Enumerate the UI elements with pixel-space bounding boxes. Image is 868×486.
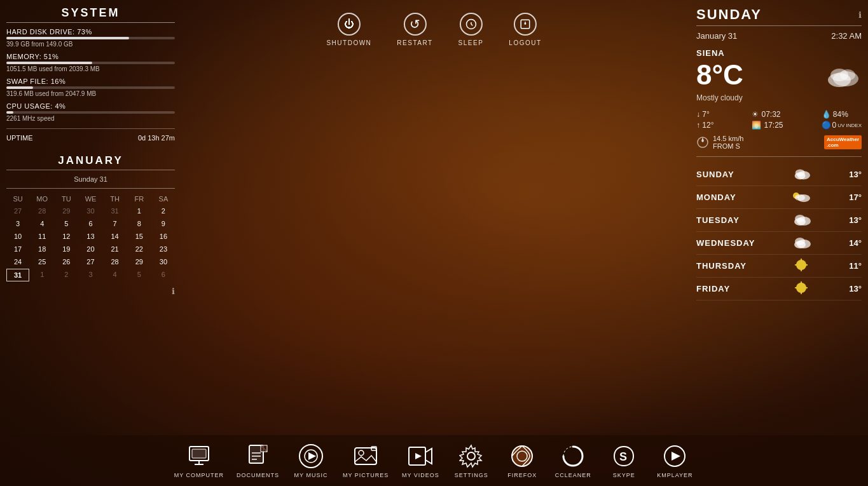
weather-temp-range: ↓ 7° ↑ 12° xyxy=(696,110,713,130)
shutdown-icon: ⏻ xyxy=(338,13,361,36)
svg-point-8 xyxy=(840,69,855,81)
forecast-row-monday: MONDAY 17° xyxy=(696,186,862,209)
cal-cell: 27 xyxy=(79,256,102,267)
firefox-label: FIREFOX xyxy=(507,472,537,478)
cal-header-mo: MO xyxy=(31,194,53,204)
cpu-label: CPU USAGE: 4% xyxy=(6,102,175,110)
weather-current-day: SUNDAY xyxy=(696,6,762,23)
dock-kmplayer[interactable]: KMPLAYER xyxy=(656,443,694,478)
forecast-icon-friday xyxy=(790,281,813,297)
cal-cell: 17 xyxy=(6,243,29,255)
forecast-icon-tuesday xyxy=(790,212,813,228)
widgets-container: SYSTEM HARD DISK DRIVE: 73% 39.9 GB from… xyxy=(0,0,868,486)
calendar-subtitle: Sunday 31 xyxy=(6,175,175,183)
humidity-row: 💧 84% xyxy=(822,110,862,119)
svg-point-22 xyxy=(795,238,805,245)
svg-point-45 xyxy=(359,450,364,456)
cal-cell: 5 xyxy=(128,269,151,281)
dock-my-computer[interactable]: MY COMPUTER xyxy=(174,443,224,478)
shutdown-button[interactable]: ⏻ SHUTDOWN xyxy=(326,13,371,46)
cal-divider-bottom xyxy=(6,188,175,189)
restart-icon: ↺ xyxy=(403,13,426,36)
cal-cell: 23 xyxy=(152,243,175,255)
documents-icon xyxy=(245,443,272,469)
logout-label: LOGOUT xyxy=(509,39,541,46)
memory-progress-bar xyxy=(6,62,175,64)
weather-low: ↓ 7° xyxy=(696,110,713,119)
cal-cell: 1 xyxy=(31,269,53,281)
sleep-label: SLEEP xyxy=(458,39,484,46)
forecast-temp-wednesday: 14° xyxy=(836,238,862,248)
cal-cell: 16 xyxy=(152,231,175,242)
dock-firefox[interactable]: FIREFOX xyxy=(503,443,541,478)
cal-cell: 2 xyxy=(152,205,175,217)
forecast-temp-tuesday: 13° xyxy=(836,215,862,225)
humidity-value: 84% xyxy=(833,110,848,119)
my-videos-icon xyxy=(407,443,434,469)
forecast-temp-thursday: 11° xyxy=(836,261,862,271)
cal-header-su: SU xyxy=(6,194,29,204)
weather-stats-section: ↓ 7° ↑ 12° ☀ 07:32 🌅 17:25 💧 84% xyxy=(696,110,862,130)
dock-my-videos[interactable]: MY VIDEOS xyxy=(401,443,439,478)
uptime-label: UPTIME xyxy=(6,134,33,142)
wind-details: 14.5 km/h FROM S xyxy=(713,135,743,150)
sleep-button[interactable]: SLEEP xyxy=(458,13,484,46)
svg-point-13 xyxy=(796,169,805,176)
memory-label: MEMORY: 51% xyxy=(6,53,175,60)
svg-point-19 xyxy=(795,215,805,222)
cal-cell: 25 xyxy=(31,256,53,267)
dock-settings[interactable]: SETTINGS xyxy=(452,443,490,478)
logout-icon xyxy=(514,13,537,36)
kmplayer-icon xyxy=(661,443,688,469)
dock-my-pictures[interactable]: MY PICTURES xyxy=(343,443,389,478)
forecast-temp-friday: 13° xyxy=(836,284,862,294)
cal-cell: 4 xyxy=(31,218,53,229)
uptime-row: UPTIME 0d 13h 27m xyxy=(6,128,175,142)
firefox-icon xyxy=(509,443,535,469)
restart-button[interactable]: ↺ RESTART xyxy=(397,13,432,46)
taskbar-dock: MY COMPUTER DOCUMENTS xyxy=(0,435,868,486)
cal-cell: 7 xyxy=(104,218,127,229)
settings-label: SETTINGS xyxy=(455,472,488,478)
svg-text:S: S xyxy=(619,450,627,463)
cal-cell: 30 xyxy=(79,205,102,217)
cal-divider-top xyxy=(6,170,175,170)
sunset-row: 🌅 17:25 xyxy=(752,121,783,130)
dock-skype[interactable]: S SKYPE xyxy=(605,443,643,478)
uv-icon: 🔵 xyxy=(822,121,831,130)
forecast-day-thursday: THURSDAY xyxy=(696,261,766,271)
cal-cell: 28 xyxy=(31,205,53,217)
cal-cell: 13 xyxy=(79,231,102,242)
cal-cell: 9 xyxy=(152,218,175,229)
weather-sun-times: ☀ 07:32 🌅 17:25 xyxy=(752,110,783,130)
logout-button[interactable]: LOGOUT xyxy=(509,13,541,46)
sunset-icon: 🌅 xyxy=(752,121,761,130)
dock-ccleaner[interactable]: CCLEANER xyxy=(554,443,592,478)
wind-info: 14.5 km/h FROM S xyxy=(696,135,743,150)
cal-cell: 10 xyxy=(6,231,29,242)
documents-label: DOCUMENTS xyxy=(237,472,279,478)
cal-cell: 14 xyxy=(104,231,127,242)
cal-header-th: TH xyxy=(104,194,127,204)
forecast-temp-monday: 17° xyxy=(836,192,862,202)
cal-cell: 15 xyxy=(128,231,151,242)
dock-my-music[interactable]: MY MUSIC xyxy=(292,443,330,478)
cal-cell: 21 xyxy=(104,243,127,255)
weather-cloud-icon xyxy=(817,61,862,90)
skype-icon: S xyxy=(610,443,637,469)
svg-point-50 xyxy=(512,446,532,466)
cpu-detail: 2261 MHz speed xyxy=(6,115,175,122)
sunset-time: 17:25 xyxy=(764,121,783,130)
memory-detail: 1051.5 MB used from 2039.3 MB xyxy=(6,65,175,72)
forecast-icon-monday xyxy=(790,189,813,205)
dock-documents[interactable]: DOCUMENTS xyxy=(237,443,279,478)
cal-cell: 1 xyxy=(128,205,151,217)
forecast-day-friday: FRIDAY xyxy=(696,284,766,294)
forecast-divider xyxy=(696,156,862,157)
accuweather-badge: AccuWeather.com xyxy=(824,135,862,149)
cal-cell: 28 xyxy=(104,256,127,267)
cpu-progress-fill xyxy=(6,111,13,114)
my-computer-icon xyxy=(186,443,212,469)
cal-cell: 6 xyxy=(152,269,175,281)
uptime-value: 0d 13h 27m xyxy=(138,134,175,142)
